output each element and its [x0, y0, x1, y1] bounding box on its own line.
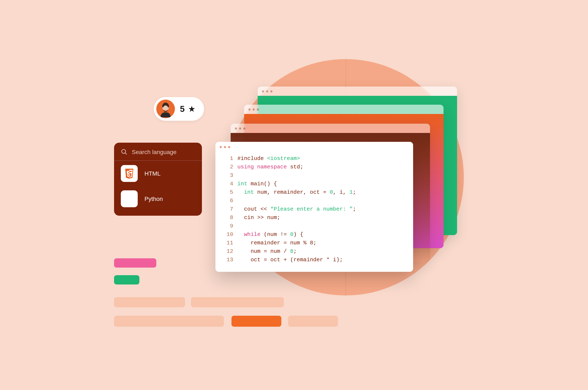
- line-number: 6: [223, 197, 233, 205]
- search-input[interactable]: Search language: [114, 143, 202, 161]
- lang-item-html[interactable]: HTML: [114, 161, 202, 186]
- line-number: 1: [223, 154, 233, 163]
- code-line: 4int main() {: [223, 180, 406, 188]
- star-icon: ★: [188, 104, 196, 114]
- blank-icon: [121, 190, 138, 207]
- placeholder-bar: [114, 275, 139, 285]
- code-line: 6: [223, 197, 406, 205]
- code-line: 10 while (num != 0) {: [223, 231, 406, 239]
- lang-label: HTML: [144, 170, 161, 177]
- line-number: 11: [223, 239, 233, 247]
- svg-line-3: [125, 153, 127, 154]
- code-line: 12 num = num / 8;: [223, 247, 406, 256]
- line-number: 5: [223, 188, 233, 197]
- code-body[interactable]: 1#include <iostream>2using namespace std…: [215, 152, 413, 272]
- placeholder-bar: [232, 316, 281, 327]
- avatar: [156, 99, 175, 118]
- code-line: 8 cin >> num;: [223, 214, 406, 222]
- line-number: 2: [223, 163, 233, 171]
- code-line: 9: [223, 222, 406, 231]
- placeholder-bar: [288, 316, 338, 327]
- svg-point-2: [122, 149, 126, 153]
- line-number: 9: [223, 222, 233, 231]
- placeholder-bar: [191, 297, 284, 307]
- language-panel: Search language HTML Python: [114, 143, 202, 216]
- line-number: 4: [223, 180, 233, 188]
- code-line: 3: [223, 171, 406, 180]
- code-line: 5 int num, remainder, oct = 0, i, 1;: [223, 188, 406, 197]
- code-line: 13 oct = oct + (remainder * i);: [223, 256, 406, 264]
- window-controls[interactable]: [215, 142, 413, 152]
- lang-item-python[interactable]: Python: [114, 186, 202, 211]
- line-number: 12: [223, 247, 233, 256]
- placeholder-bar: [114, 316, 224, 327]
- placeholder-bar: [114, 258, 156, 268]
- line-number: 10: [223, 231, 233, 239]
- code-line: 7 cout << “Please enter a number: ”;: [223, 205, 406, 214]
- rating-value: 5: [180, 104, 185, 114]
- window-dot: [220, 146, 222, 148]
- code-line: 2using namespace std;: [223, 163, 406, 171]
- line-number: 8: [223, 214, 233, 222]
- window-dot: [228, 146, 230, 148]
- search-icon: [121, 148, 127, 155]
- code-line: 1#include <iostream>: [223, 154, 406, 163]
- rating-pill: 5 ★: [154, 97, 204, 121]
- window-dot: [224, 146, 226, 148]
- line-number: 13: [223, 256, 233, 264]
- placeholder-bar: [114, 297, 185, 307]
- line-number: 7: [223, 205, 233, 214]
- code-editor-window: 1#include <iostream>2using namespace std…: [215, 142, 413, 272]
- lang-label: Python: [144, 195, 163, 202]
- line-number: 3: [223, 171, 233, 180]
- search-placeholder: Search language: [132, 148, 176, 155]
- code-line: 11 remainder = num % 8;: [223, 239, 406, 247]
- html5-icon: [121, 165, 138, 182]
